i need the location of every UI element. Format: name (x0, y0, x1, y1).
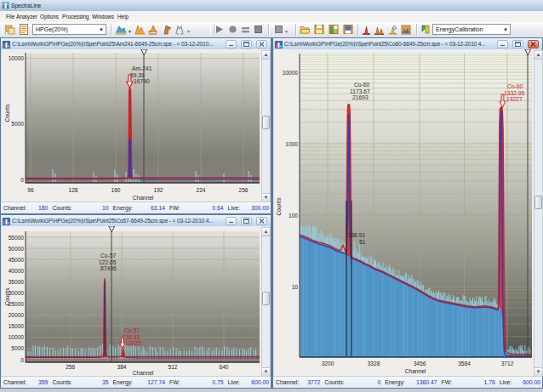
svg-text:256: 256 (66, 364, 75, 370)
svg-text:10000: 10000 (283, 70, 299, 76)
svg-text:3456: 3456 (414, 361, 426, 366)
svg-text:3328: 3328 (368, 361, 380, 366)
svg-text:3200: 3200 (322, 361, 334, 366)
svg-text:Counts: Counts (4, 104, 10, 122)
svg-text:25000: 25000 (9, 301, 25, 307)
svg-text:640: 640 (219, 364, 228, 370)
svg-text:Co-60: Co-60 (354, 82, 369, 88)
svg-text:1332.95: 1332.95 (504, 90, 524, 96)
svg-text:3584: 3584 (458, 361, 471, 366)
svg-text:0: 0 (20, 357, 24, 363)
svg-text:10000: 10000 (9, 55, 25, 61)
svg-text:Co-57: Co-57 (100, 253, 116, 258)
svg-text:16790: 16790 (134, 78, 150, 84)
svg-text:87496: 87496 (100, 265, 117, 271)
svg-text:Channel: Channel (133, 370, 154, 376)
svg-text:384: 384 (117, 364, 126, 370)
svg-text:Counts: Counts (4, 287, 10, 306)
svg-text:1173.67: 1173.67 (350, 88, 370, 94)
svg-text:45000: 45000 (9, 257, 25, 263)
svg-text:3712: 3712 (501, 361, 514, 366)
svg-text:0: 0 (20, 177, 24, 183)
svg-text:512: 512 (168, 364, 177, 370)
svg-text:35000: 35000 (9, 279, 25, 285)
svg-text:96: 96 (27, 187, 34, 193)
svg-text:256: 256 (238, 187, 248, 193)
svg-text:55000: 55000 (9, 235, 25, 241)
svg-text:136.91: 136.91 (348, 232, 366, 238)
svg-text:10000: 10000 (9, 334, 25, 340)
svg-text:5000: 5000 (11, 121, 24, 127)
svg-text:40000: 40000 (9, 268, 25, 274)
svg-text:5000: 5000 (11, 345, 24, 351)
svg-text:15000: 15000 (9, 323, 25, 329)
svg-text:21693: 21693 (352, 94, 369, 100)
svg-text:Am-241: Am-241 (132, 65, 152, 71)
svg-text:100: 100 (289, 213, 298, 219)
svg-text:51: 51 (359, 239, 366, 245)
svg-text:Channel: Channel (133, 195, 154, 201)
svg-text:19227: 19227 (506, 96, 523, 102)
svg-text:59.39: 59.39 (130, 72, 145, 78)
svg-text:Channel: Channel (405, 368, 426, 374)
svg-text:20000: 20000 (9, 312, 25, 318)
svg-text:10625: 10625 (125, 340, 141, 346)
svg-text:10: 10 (292, 284, 299, 290)
svg-text:128: 128 (68, 187, 77, 193)
svg-text:Co-60: Co-60 (507, 83, 523, 89)
svg-text:192: 192 (153, 187, 163, 193)
svg-text:136.45: 136.45 (123, 334, 140, 340)
svg-text:30000: 30000 (9, 290, 25, 296)
svg-text:Counts: Counts (276, 197, 282, 216)
svg-text:122.05: 122.05 (99, 259, 117, 265)
svg-text:224: 224 (196, 187, 205, 193)
svg-text:1000: 1000 (285, 141, 298, 147)
svg-text:50000: 50000 (9, 246, 25, 252)
svg-text:Co-57: Co-57 (124, 327, 140, 333)
svg-text:160: 160 (111, 187, 120, 193)
